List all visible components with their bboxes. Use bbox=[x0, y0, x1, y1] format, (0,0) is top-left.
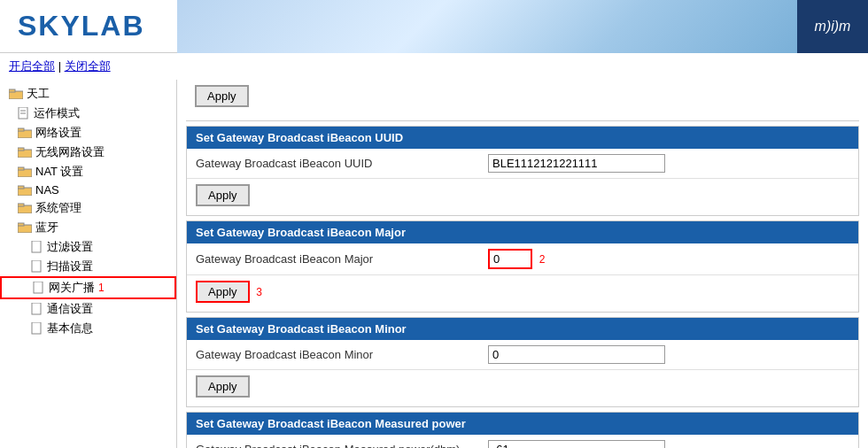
svg-rect-1 bbox=[9, 89, 15, 92]
power-section-header: Set Gateway Broadcast iBeacon Measured p… bbox=[187, 413, 858, 435]
sidebar-item-wangluo[interactable]: 网络设置 bbox=[0, 123, 176, 143]
svg-rect-21 bbox=[32, 322, 41, 334]
sidebar-label-tianji: 天工 bbox=[27, 86, 50, 102]
power-label: Gateway Broadcast iBeacon Measured power… bbox=[187, 443, 488, 448]
page-icon-saomiao bbox=[31, 260, 43, 273]
sidebar-label-nat: NAT 设置 bbox=[35, 164, 83, 180]
major-section: Set Gateway Broadcast iBeacon Major Gate… bbox=[186, 220, 859, 313]
power-input-container bbox=[488, 440, 858, 448]
sidebar-item-nas[interactable]: NAS bbox=[0, 182, 176, 198]
svg-rect-12 bbox=[18, 186, 24, 189]
power-form-row: Gateway Broadcast iBeacon Measured power… bbox=[187, 435, 858, 448]
uuid-section: Set Gateway Broadcast iBeacon UUID Gatew… bbox=[186, 126, 859, 216]
major-apply-button[interactable]: Apply bbox=[196, 281, 250, 303]
sidebar-label-xitong: 系统管理 bbox=[35, 200, 81, 216]
content-area: Apply Set Gateway Broadcast iBeacon UUID… bbox=[177, 80, 868, 448]
sidebar-label-bluetooth: 蓝牙 bbox=[35, 220, 58, 236]
uuid-apply-button[interactable]: Apply bbox=[196, 184, 250, 206]
header-banner bbox=[177, 0, 797, 53]
uuid-apply-row: Apply bbox=[187, 179, 858, 215]
logo-text: SKYLAB bbox=[18, 10, 145, 42]
minor-form-row: Gateway Broadcast iBeacon Minor bbox=[187, 340, 858, 370]
svg-rect-8 bbox=[18, 148, 24, 151]
major-input[interactable] bbox=[488, 249, 532, 269]
header-right-logo: m)i)m bbox=[797, 0, 868, 53]
minor-apply-row: Apply bbox=[187, 370, 858, 406]
close-all-link[interactable]: 关闭全部 bbox=[65, 59, 111, 73]
sidebar-label-wangluo: 网络设置 bbox=[35, 125, 81, 141]
svg-rect-19 bbox=[34, 282, 43, 293]
top-apply-button[interactable]: Apply bbox=[195, 85, 249, 107]
sidebar-item-nat[interactable]: NAT 设置 bbox=[0, 162, 176, 182]
major-input-container: 2 bbox=[488, 249, 858, 269]
sidebar-item-saomiao[interactable]: 扫描设置 bbox=[0, 257, 176, 276]
sidebar-label-wanguan: 网关广播 bbox=[49, 280, 95, 296]
minor-input-container bbox=[488, 345, 858, 364]
minor-input[interactable] bbox=[488, 345, 665, 364]
folder-icon-nat bbox=[18, 166, 32, 177]
sidebar: 天工 运作模式 网络设置 无线网路设置 NAT bbox=[0, 80, 177, 448]
minor-apply-button[interactable]: Apply bbox=[196, 375, 250, 398]
folder-icon-wangluo bbox=[18, 127, 32, 138]
sidebar-label-yunzuo: 运作模式 bbox=[34, 105, 80, 121]
sidebar-item-wanguan[interactable]: 网关广播 1 bbox=[0, 276, 176, 299]
svg-rect-20 bbox=[32, 303, 41, 314]
top-links-bar: 开启全部 | 关闭全部 bbox=[0, 53, 868, 80]
sidebar-item-jibenxinxi[interactable]: 基本信息 bbox=[0, 319, 176, 338]
sidebar-label-jibenxinxi: 基本信息 bbox=[47, 321, 93, 336]
power-section: Set Gateway Broadcast iBeacon Measured p… bbox=[186, 412, 859, 448]
major-section-header: Set Gateway Broadcast iBeacon Major bbox=[187, 221, 858, 243]
sidebar-label-saomiao: 扫描设置 bbox=[47, 259, 93, 274]
svg-rect-16 bbox=[18, 223, 24, 226]
top-apply-row: Apply bbox=[186, 80, 859, 116]
major-form-row: Gateway Broadcast iBeacon Major 2 bbox=[187, 243, 858, 275]
sidebar-num-wanguan: 1 bbox=[98, 282, 105, 294]
uuid-input-container bbox=[488, 154, 858, 173]
folder-icon-xitong bbox=[18, 203, 32, 213]
page-icon-tongxin bbox=[31, 303, 43, 315]
svg-rect-10 bbox=[18, 167, 24, 170]
sidebar-label-guolv: 过滤设置 bbox=[47, 239, 93, 255]
uuid-form-row: Gateway Broadcast iBeacon UUID bbox=[187, 149, 858, 179]
power-input[interactable] bbox=[488, 440, 665, 448]
uuid-section-header: Set Gateway Broadcast iBeacon UUID bbox=[187, 127, 858, 149]
page-icon-guolv bbox=[31, 241, 43, 253]
folder-icon-nas bbox=[18, 185, 32, 196]
svg-rect-18 bbox=[32, 260, 41, 272]
sidebar-label-wuxian: 无线网路设置 bbox=[35, 144, 105, 160]
sidebar-label-tongxin: 通信设置 bbox=[47, 301, 93, 317]
header: SKYLAB m)i)m bbox=[0, 0, 868, 53]
svg-rect-6 bbox=[18, 128, 24, 131]
folder-open-icon-bluetooth bbox=[18, 222, 32, 233]
svg-rect-14 bbox=[18, 204, 24, 206]
major-input-num: 2 bbox=[539, 253, 546, 266]
uuid-input[interactable] bbox=[488, 154, 665, 173]
svg-rect-17 bbox=[32, 241, 41, 252]
sidebar-item-yunzuo[interactable]: 运作模式 bbox=[0, 104, 176, 123]
sidebar-item-xitong[interactable]: 系统管理 bbox=[0, 198, 176, 218]
top-apply-area: Apply bbox=[186, 80, 859, 121]
sidebar-label-nas: NAS bbox=[35, 183, 59, 197]
main-layout: 天工 运作模式 网络设置 无线网路设置 NAT bbox=[0, 80, 868, 448]
major-apply-num: 3 bbox=[256, 286, 262, 298]
minor-label: Gateway Broadcast iBeacon Minor bbox=[187, 348, 488, 361]
sidebar-item-wuxian[interactable]: 无线网路设置 bbox=[0, 143, 176, 162]
sidebar-item-bluetooth[interactable]: 蓝牙 bbox=[0, 218, 176, 237]
open-all-link[interactable]: 开启全部 bbox=[9, 59, 55, 73]
sidebar-item-tongxin[interactable]: 通信设置 bbox=[0, 299, 176, 319]
minor-section-header: Set Gateway Broadcast iBeacon Minor bbox=[187, 318, 858, 340]
folder-open-icon bbox=[9, 89, 23, 99]
minor-section: Set Gateway Broadcast iBeacon Minor Gate… bbox=[186, 317, 859, 407]
page-icon bbox=[18, 107, 30, 120]
page-icon-wanguan bbox=[33, 282, 45, 294]
link-separator: | bbox=[58, 59, 65, 73]
major-apply-row: Apply 3 bbox=[187, 275, 858, 312]
major-label: Gateway Broadcast iBeacon Major bbox=[187, 252, 488, 266]
uuid-label: Gateway Broadcast iBeacon UUID bbox=[187, 157, 488, 170]
logo: SKYLAB bbox=[0, 1, 177, 51]
page-icon-jibenxinxi bbox=[31, 322, 43, 335]
sidebar-item-guolv[interactable]: 过滤设置 bbox=[0, 237, 176, 257]
folder-icon-wuxian bbox=[18, 147, 32, 158]
sidebar-item-tianji[interactable]: 天工 bbox=[0, 84, 176, 104]
